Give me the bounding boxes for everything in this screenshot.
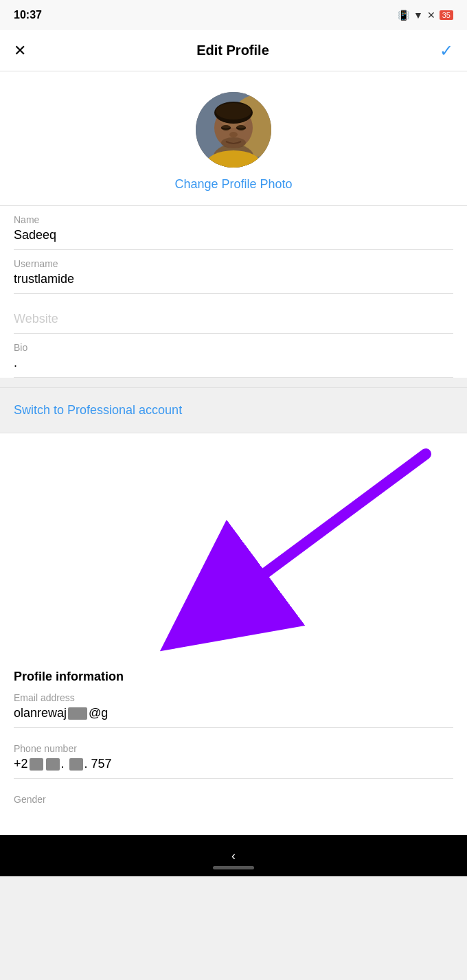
page-title: Edit Profile — [196, 43, 269, 58]
battery-icon: 35 — [440, 10, 453, 20]
email-label: Email address — [14, 692, 453, 703]
svg-point-8 — [229, 132, 238, 137]
back-icon[interactable]: ‹ — [231, 849, 236, 863]
username-label: Username — [14, 258, 453, 269]
wifi-icon: ▼ — [413, 10, 423, 21]
signal-icon: ✕ — [427, 10, 435, 21]
phone-redacted-3 — [69, 758, 83, 771]
username-value[interactable]: trustlamide — [14, 272, 453, 294]
bio-field-group: Bio . — [14, 334, 453, 378]
bio-value[interactable]: . — [14, 356, 453, 378]
spacer3 — [14, 779, 453, 786]
phone-redacted-2 — [46, 758, 60, 771]
status-time: 10:37 — [14, 9, 42, 21]
spacer — [14, 294, 453, 304]
svg-point-6 — [221, 125, 231, 130]
header: ✕ Edit Profile ✓ — [0, 30, 467, 71]
email-field-group: Email address olanrewaj@g — [14, 684, 453, 728]
username-field-group: Username trustlamide — [14, 250, 453, 294]
svg-point-9 — [221, 137, 246, 148]
website-field-group: Website — [14, 304, 453, 334]
status-icons: 📳 ▼ ✕ 35 — [398, 10, 453, 21]
page-wrapper: 10:37 📳 ▼ ✕ 35 ✕ Edit Profile ✓ — [0, 0, 467, 876]
bio-label: Bio — [14, 342, 453, 353]
arrow-section — [0, 433, 467, 656]
bottom-spacer — [14, 808, 453, 835]
svg-point-7 — [236, 125, 246, 130]
nav-pill — [213, 866, 254, 869]
email-suffix: @g — [89, 706, 108, 720]
svg-point-11 — [216, 103, 251, 119]
change-photo-button[interactable]: Change Profile Photo — [174, 177, 292, 192]
switch-professional-button[interactable]: Switch to Professional account — [14, 403, 182, 417]
close-button[interactable]: ✕ — [14, 43, 26, 58]
nav-bar: ‹ — [0, 835, 467, 876]
profile-info-section: Profile information Email address olanre… — [0, 656, 467, 835]
gender-field-group: Gender — [14, 786, 453, 805]
name-label: Name — [14, 214, 453, 225]
phone-label: Phone number — [14, 743, 453, 754]
switch-professional-section[interactable]: Switch to Professional account — [0, 387, 467, 433]
phone-prefix: +2 — [14, 757, 28, 771]
status-bar: 10:37 📳 ▼ ✕ 35 — [0, 0, 467, 30]
phone-value[interactable]: +2. . 757 — [14, 757, 453, 779]
phone-dots: . — [61, 757, 68, 771]
email-prefix: olanrewaj — [14, 706, 67, 720]
phone-redacted-1 — [30, 758, 43, 771]
phone-suffix-val: 757 — [91, 757, 112, 771]
vibrate-icon: 📳 — [398, 10, 409, 21]
arrow-annotation — [0, 433, 467, 653]
avatar-section: Change Profile Photo — [0, 71, 467, 205]
spacer2 — [14, 728, 453, 735]
website-placeholder[interactable]: Website — [14, 312, 453, 334]
name-field-group: Name Sadeeq — [14, 206, 453, 250]
svg-line-13 — [213, 454, 426, 612]
form-section: Name Sadeeq Username trustlamide Website… — [0, 206, 467, 378]
phone-field-group: Phone number +2. . 757 — [14, 735, 453, 779]
profile-info-title: Profile information — [14, 670, 124, 683]
phone-suffix: . — [84, 757, 91, 771]
gender-label: Gender — [14, 794, 453, 805]
avatar[interactable] — [196, 92, 271, 168]
email-redacted-1 — [68, 707, 87, 720]
email-value[interactable]: olanrewaj@g — [14, 706, 453, 728]
name-value[interactable]: Sadeeq — [14, 228, 453, 250]
save-button[interactable]: ✓ — [440, 41, 453, 60]
